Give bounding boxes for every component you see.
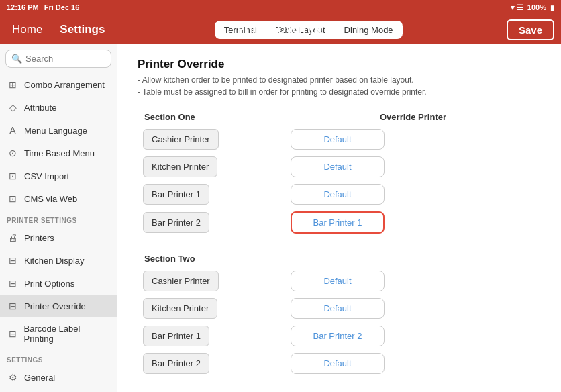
sidebar-label-attribute: Attribute bbox=[24, 103, 56, 113]
table-row: Bar Printer 1 Default bbox=[138, 181, 541, 208]
s2-row4-override[interactable]: Default bbox=[291, 353, 385, 374]
table-row: Cashier Printer Default bbox=[138, 126, 541, 153]
sidebar-label-printers: Printers bbox=[24, 233, 54, 243]
table-row: Bar Printer 1 Bar Printer 2 bbox=[138, 322, 541, 350]
main-content: Printer Override - Allow kitchen order t… bbox=[117, 44, 561, 392]
settings-button[interactable]: Settings bbox=[54, 20, 110, 39]
section-two-table: Section Two Cashier Printer Default Kitc… bbox=[138, 250, 541, 377]
sidebar-item-time-based-menu[interactable]: ⊙ Time Based Menu bbox=[0, 142, 117, 164]
sidebar-item-cms[interactable]: ⊡ CMS via Web bbox=[0, 187, 117, 210]
tab-dining-mode[interactable]: Dining Mode bbox=[335, 21, 403, 39]
sidebar: 🔍 ⊞ Combo Arrangement ◇ Attribute A Menu… bbox=[0, 44, 117, 392]
general-icon: ⚙ bbox=[7, 372, 19, 383]
attribute-icon: ◇ bbox=[7, 102, 19, 113]
page-description: - Allow kitchen order to be printed to d… bbox=[138, 74, 541, 98]
printer-section-label: PRINTER SETTINGS bbox=[0, 210, 117, 226]
sidebar-label-printer-override: Printer Override bbox=[24, 301, 86, 311]
table-row: Bar Printer 2 Default bbox=[138, 350, 541, 377]
time: 12:16 PM bbox=[7, 3, 39, 11]
section-one-table: Section One Override Printer Cashier Pri… bbox=[138, 109, 541, 237]
s2-row2-override[interactable]: Default bbox=[291, 298, 385, 319]
s2-row3-override[interactable]: Bar Printer 2 bbox=[291, 326, 385, 346]
s1-row4-name: Bar Printer 2 bbox=[143, 212, 209, 233]
sidebar-item-general[interactable]: ⚙ General bbox=[0, 366, 117, 389]
sidebar-item-kitchen-display[interactable]: ⊟ Kitchen Display bbox=[0, 249, 117, 272]
s2-row3-name: Bar Printer 1 bbox=[143, 326, 209, 346]
search-box[interactable]: 🔍 bbox=[5, 50, 111, 68]
status-left: 12:16 PM Fri Dec 16 bbox=[7, 3, 79, 11]
battery-percent: 100% bbox=[527, 3, 546, 11]
s1-row4-override[interactable]: Bar Printer 1 bbox=[291, 211, 385, 234]
sidebar-label-cms: CMS via Web bbox=[24, 194, 77, 204]
table-row: Bar Printer 2 Bar Printer 1 bbox=[138, 208, 541, 237]
csv-icon: ⊡ bbox=[7, 170, 19, 181]
s2-row4-name: Bar Printer 2 bbox=[143, 353, 209, 374]
sidebar-label-combo: Combo Arrangement bbox=[24, 80, 105, 90]
desc-line2: - Table must be assigned to bill in orde… bbox=[138, 87, 427, 97]
sidebar-item-csv-import[interactable]: ⊡ CSV Import bbox=[0, 164, 117, 187]
save-button[interactable]: Save bbox=[507, 19, 554, 40]
sidebar-label-print-options: Print Options bbox=[24, 279, 74, 289]
date: Fri Dec 16 bbox=[44, 3, 80, 11]
header: Home Settings Terminal Table Layout Dini… bbox=[0, 15, 561, 44]
menu-language-icon: A bbox=[7, 125, 19, 136]
print-options-icon: ⊟ bbox=[7, 278, 19, 289]
cms-icon: ⊡ bbox=[7, 193, 19, 204]
sidebar-label-barcode: Barcode Label Printing bbox=[24, 324, 110, 344]
barcode-icon: ⊟ bbox=[7, 328, 19, 339]
page-title-header: Printer Override bbox=[237, 23, 323, 36]
table-row: Kitchen Printer Default bbox=[138, 153, 541, 181]
sidebar-item-barcode[interactable]: ⊟ Barcode Label Printing bbox=[0, 317, 117, 350]
layout: 🔍 ⊞ Combo Arrangement ◇ Attribute A Menu… bbox=[0, 44, 561, 392]
s2-row1-override[interactable]: Default bbox=[291, 271, 385, 291]
s1-row2-name: Kitchen Printer bbox=[143, 156, 217, 177]
settings-section-label: SETTINGS bbox=[0, 350, 117, 366]
sidebar-item-printer-override[interactable]: ⊟ Printer Override bbox=[0, 295, 117, 317]
s2-row2-name: Kitchen Printer bbox=[143, 298, 217, 319]
printers-icon: 🖨 bbox=[7, 232, 19, 243]
sidebar-label-time-based: Time Based Menu bbox=[24, 148, 95, 158]
s1-row1-override[interactable]: Default bbox=[291, 129, 385, 150]
sidebar-item-tax[interactable]: ◈ Tax bbox=[0, 389, 117, 392]
status-bar: 12:16 PM Fri Dec 16 ▾ ☰ 100% ▮ bbox=[0, 0, 561, 15]
battery-icon: ▮ bbox=[550, 4, 554, 11]
s1-row2-override[interactable]: Default bbox=[291, 156, 385, 177]
section-two-header: Section Two bbox=[138, 250, 285, 267]
s2-row1-name: Cashier Printer bbox=[143, 271, 219, 291]
table-row: Cashier Printer Default bbox=[138, 267, 541, 295]
sidebar-item-combo[interactable]: ⊞ Combo Arrangement bbox=[0, 73, 117, 96]
sidebar-item-menu-language[interactable]: A Menu Language bbox=[0, 119, 117, 142]
sidebar-item-print-options[interactable]: ⊟ Print Options bbox=[0, 272, 117, 295]
s1-row3-override[interactable]: Default bbox=[291, 184, 385, 205]
sidebar-label-csv: CSV Import bbox=[24, 171, 69, 181]
kitchen-display-icon: ⊟ bbox=[7, 255, 19, 266]
wifi-icon: ▾ ☰ bbox=[511, 3, 523, 12]
sidebar-label-menu-language: Menu Language bbox=[24, 126, 87, 136]
section-one-header: Section One bbox=[138, 109, 285, 126]
desc-line1: - Allow kitchen order to be printed to d… bbox=[138, 75, 414, 85]
sidebar-item-attribute[interactable]: ◇ Attribute bbox=[0, 96, 117, 119]
search-icon: 🔍 bbox=[11, 54, 22, 64]
combo-icon: ⊞ bbox=[7, 79, 19, 90]
sidebar-label-general: General bbox=[24, 373, 55, 383]
s1-row1-name: Cashier Printer bbox=[143, 129, 219, 150]
status-right: ▾ ☰ 100% ▮ bbox=[511, 3, 554, 12]
sidebar-item-printers[interactable]: 🖨 Printers bbox=[0, 226, 117, 249]
sidebar-label-kitchen-display: Kitchen Display bbox=[24, 256, 85, 266]
time-based-icon: ⊙ bbox=[7, 148, 19, 158]
table-row: Kitchen Printer Default bbox=[138, 295, 541, 322]
page-title: Printer Override bbox=[138, 58, 541, 71]
override-printer-header: Override Printer bbox=[285, 109, 541, 126]
printer-override-icon: ⊟ bbox=[7, 301, 19, 311]
s1-row3-name: Bar Printer 1 bbox=[143, 184, 209, 205]
search-input[interactable] bbox=[26, 54, 105, 64]
home-button[interactable]: Home bbox=[7, 20, 48, 39]
